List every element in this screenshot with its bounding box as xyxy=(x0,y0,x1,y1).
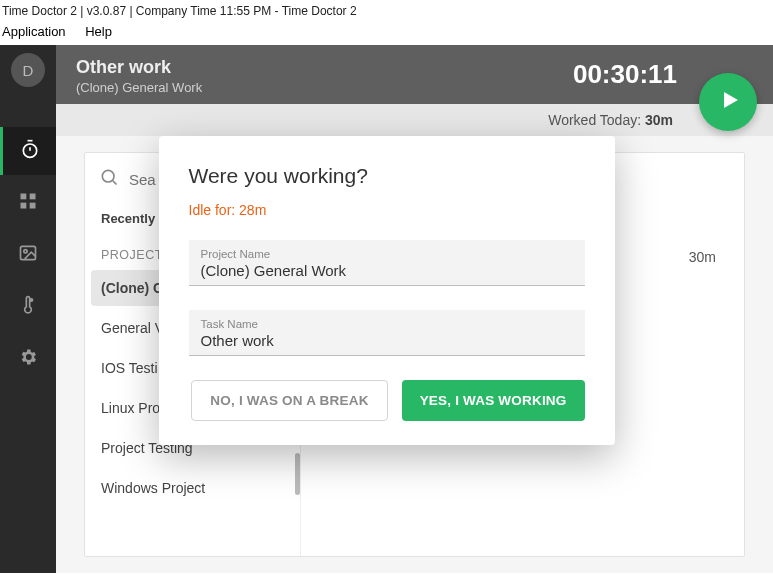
idle-duration: Idle for: 28m xyxy=(189,202,585,218)
scrollbar-thumb[interactable] xyxy=(295,453,300,495)
project-name-value: (Clone) General Work xyxy=(201,262,573,279)
svg-rect-3 xyxy=(21,203,27,209)
idle-modal: Were you working? Idle for: 28m Project … xyxy=(159,136,615,445)
task-name-value: Other work xyxy=(201,332,573,349)
gear-icon xyxy=(18,347,38,371)
worked-today-value: 30m xyxy=(645,112,673,128)
modal-title: Were you working? xyxy=(189,164,585,188)
svg-point-8 xyxy=(102,170,114,182)
thermometer-icon xyxy=(18,295,38,319)
task-name-label: Task Name xyxy=(201,318,573,330)
svg-rect-1 xyxy=(21,194,27,200)
working-button[interactable]: YES, I WAS WORKING xyxy=(402,380,585,421)
play-button[interactable] xyxy=(699,73,757,131)
svg-point-6 xyxy=(24,250,27,253)
svg-rect-4 xyxy=(30,203,36,209)
play-icon xyxy=(714,88,742,116)
header: Other work (Clone) General Work 00:30:11 xyxy=(56,45,773,104)
project-name-field[interactable]: Project Name (Clone) General Work xyxy=(189,240,585,286)
avatar[interactable]: D xyxy=(11,53,45,87)
task-name-field[interactable]: Task Name Other work xyxy=(189,310,585,356)
menu-application[interactable]: Application xyxy=(2,24,66,39)
current-project-sub: (Clone) General Work xyxy=(76,80,202,95)
modal-actions: NO, I WAS ON A BREAK YES, I WAS WORKING xyxy=(189,380,585,421)
image-icon xyxy=(18,243,38,267)
sidebar-settings[interactable] xyxy=(0,335,56,383)
menu-help[interactable]: Help xyxy=(85,24,112,39)
break-button[interactable]: NO, I WAS ON A BREAK xyxy=(191,380,387,421)
grid-icon xyxy=(18,191,38,215)
current-task-title: Other work xyxy=(76,57,202,78)
sidebar-screenshots[interactable] xyxy=(0,231,56,279)
sidebar: D xyxy=(0,45,56,573)
svg-rect-2 xyxy=(30,194,36,200)
timer-display: 00:30:11 xyxy=(573,59,677,90)
worked-today-label: Worked Today: xyxy=(548,112,645,128)
task-duration: 30m xyxy=(689,249,716,265)
window-title: Time Doctor 2 | v3.0.87 | Company Time 1… xyxy=(0,0,773,20)
search-icon xyxy=(99,167,129,191)
sidebar-dashboard[interactable] xyxy=(0,179,56,227)
sidebar-break[interactable] xyxy=(0,283,56,331)
menu-bar: Application Help xyxy=(0,20,773,45)
project-name-label: Project Name xyxy=(201,248,573,260)
svg-point-7 xyxy=(30,299,33,302)
worked-today: Worked Today: 30m xyxy=(56,104,773,136)
project-item-windows[interactable]: Windows Project xyxy=(85,468,300,508)
stopwatch-icon xyxy=(20,139,40,163)
sidebar-timer[interactable] xyxy=(0,127,56,175)
